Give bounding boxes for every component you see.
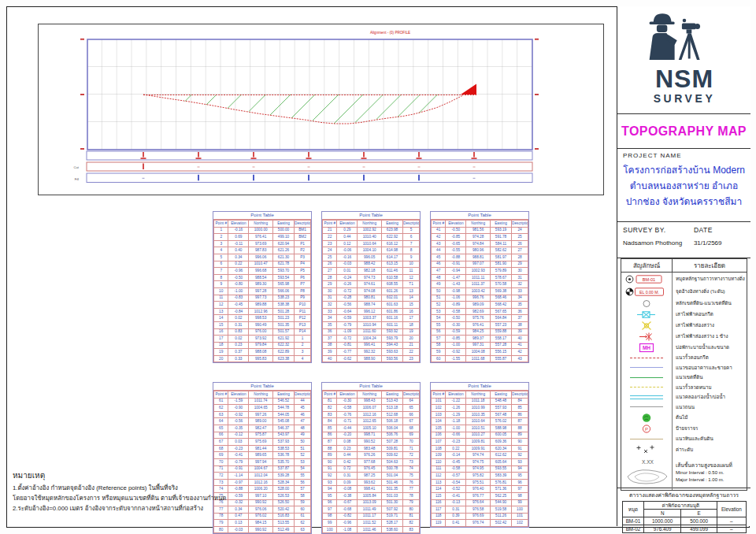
point-table-4: Point Table Point # Elevation Northing E… [213,382,312,534]
table-cell: 989.30 [249,281,273,288]
table-cell: -1.00 [446,425,466,432]
table-cell: 623.98 [382,227,403,234]
table-cell: 2 [295,342,311,349]
table-cell: 69 [214,452,228,459]
table-cell: 25 [323,254,337,261]
notes-line: 2.ระดับอ้างอิง=0.000 เมตร อ้างอิงจากระดั… [13,503,216,514]
table-row: 44-0.55980.96582.6227 [432,247,528,254]
table-row: 230.121010.64616.127 [323,240,420,247]
svg-text:X.XX: X.XX [642,459,654,465]
table-cell: 546.52 [273,398,295,405]
table-cell: 14 [214,315,228,322]
table-cell: -0.65 [446,240,466,247]
table-cell: 1010.40 [358,234,382,241]
table-cell: -0.59 [446,328,466,336]
table-cell: 0.01 [337,268,358,275]
table-cell: 7 [403,240,420,247]
surveyor-name: Nadsamon Phothong [623,239,694,247]
table-cell: 601.63 [382,302,403,309]
table-cell: 65 [403,405,420,412]
table-row: 39-0.77992.32593.6322 [323,349,420,356]
table-cell: 1012.65 [358,418,382,425]
table-cell: 988.54 [249,274,273,281]
table-cell: 1012.96 [249,308,273,315]
legend-item: MH บ่อพักระบายน้ำและขนาด [621,342,747,353]
table-cell: 15 [214,321,228,328]
table-cell: 1 [214,227,228,234]
table-cell: -0.91 [228,465,249,473]
table-cell: 73 [214,479,228,486]
table-cell: -0.30 [446,321,466,328]
table-cell: 504.63 [382,458,403,465]
table-cell: -0.68 [337,506,358,514]
table-cell: 989.88 [249,302,273,309]
table-cell: -0.28 [337,295,358,302]
table-cell: 49 [432,281,446,288]
table-cell: 997.10 [249,492,273,499]
col-header: Point # [323,391,337,399]
table-cell: 989.65 [249,452,273,459]
table-cell: 1010.47 [249,261,273,268]
table-cell: 499.10 [273,234,295,241]
table-cell: -1.43 [446,281,466,288]
table-row: 59-0.921004.08556.1542 [432,349,528,356]
table-cell: 0.29 [337,227,358,234]
table-cell: 601.86 [382,308,403,315]
table-cell: 623.38 [273,355,295,362]
table-cell: 977.68 [358,458,382,465]
table-cell: -0.62 [337,355,358,362]
table-row: 160.83976.00501.57P14 [214,328,311,336]
bm-col-n: N [644,510,681,517]
table-cell: 57 [295,486,311,493]
table-cell: 53 [432,308,446,315]
table-cell: 989.09 [466,302,491,309]
bm-col-elevation: Elevation [717,502,746,517]
table-cell: BM-02 [622,525,644,533]
table-cell: P14 [295,328,311,336]
table-cell: 90 [323,458,337,465]
table-cell: P5 [295,268,311,275]
table-cell: 100 [512,506,528,514]
table-cell: 1003.42 [466,287,491,295]
table-cell: 976.40 [466,486,491,493]
table-cell: 105 [432,425,446,432]
table-cell: 610.58 [382,274,403,281]
table-cell: -0.56 [337,302,358,309]
table-cell: 1011.68 [466,355,491,362]
table-cell: 59 [432,349,446,356]
traffic-sign-icon: P [640,424,653,434]
table-cell: 976.26 [358,452,382,459]
table-cell: BM2 [295,234,311,241]
table-cell: -0.23 [228,445,249,452]
table-cell: 973.69 [249,240,273,247]
col-header: Elevation [337,221,358,228]
spot-level-icon [636,444,657,455]
table-cell: 538.38 [273,302,295,309]
table-cell: 44 [432,247,446,254]
table-cell: 54 [295,465,311,473]
table-cell: 0.08 [337,439,358,446]
table-cell: 35 [323,321,337,328]
table-row: 180.23979.84622.322 [214,342,311,349]
table-cell: 0.31 [446,506,466,514]
table-cell: 91 [323,465,337,473]
table-cell: 78 [403,492,420,499]
table-cell: 38 [323,342,337,349]
table-row: BM-02976.409499.099– [622,525,746,533]
street-light-icon [640,321,653,331]
table-cell: 512.49 [273,526,295,533]
table-cell: 46 [295,411,311,418]
table-cell: 12 [214,302,228,309]
table-cell: 7 [214,268,228,275]
table-cell: 52 [432,302,446,309]
table-cell: 501.46 [382,479,403,486]
table-cell: 0.40 [228,247,249,254]
fill-band-label: Fill [75,177,79,181]
table-cell: 1009.81 [466,439,491,446]
table-row: 62-0.901004.65544.7845 [214,405,311,412]
canal-line-icon [630,395,663,399]
table-cell: 614.98 [382,247,403,254]
table-cell: 47 [295,418,311,425]
bm-col-e: E [680,510,717,517]
table-cell: 578.67 [491,274,512,281]
